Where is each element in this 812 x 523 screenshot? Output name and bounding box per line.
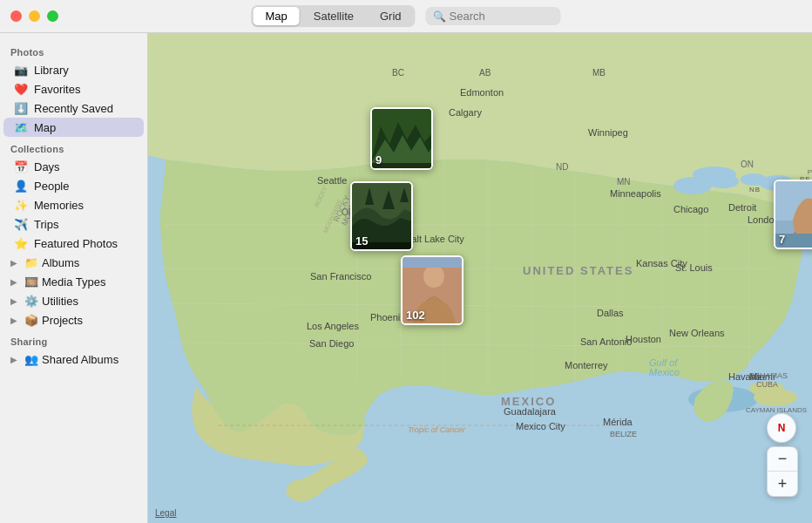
sidebar-item-label: Library: [34, 64, 69, 77]
sidebar: Photos 📷 Library ❤️ Favorites ⬇️ Recentl…: [0, 33, 148, 523]
sidebar-item-days[interactable]: 📅 Days: [3, 157, 144, 176]
cluster-sf[interactable]: 102: [401, 255, 464, 325]
sidebar-item-label: People: [34, 180, 69, 193]
maximize-button[interactable]: [47, 10, 58, 22]
sidebar-item-label: Favorites: [34, 83, 80, 96]
map-svg: ROCKY MOUNTAINS APPALACHIAN NB PE: [148, 33, 812, 523]
search-input[interactable]: [450, 10, 554, 23]
sidebar-item-label: Trips: [34, 218, 58, 231]
toolbar-center: Map Satellite Grid 🔍: [251, 5, 560, 27]
sidebar-item-map[interactable]: 🗺️ Map: [3, 118, 144, 137]
sidebar-item-library[interactable]: 📷 Library: [3, 60, 144, 79]
svg-point-3: [749, 382, 784, 396]
svg-rect-35: [403, 257, 464, 268]
sidebar-item-label: Utilities: [42, 295, 78, 308]
people-icon: 👤: [14, 179, 28, 193]
sidebar-item-label: Media Types: [42, 275, 105, 289]
memories-icon: ✨: [14, 198, 28, 212]
library-icon: 📷: [14, 63, 28, 77]
map-icon: 🗺️: [14, 120, 28, 134]
sidebar-item-favorites[interactable]: ❤️ Favorites: [3, 79, 144, 98]
cluster-bc[interactable]: 9: [370, 107, 433, 170]
sidebar-item-people[interactable]: 👤 People: [3, 176, 144, 195]
recently-saved-icon: ⬇️: [14, 101, 28, 115]
map-area[interactable]: ROCKY MOUNTAINS APPALACHIAN NB PE BC AB …: [148, 33, 812, 523]
chevron-right-icon: ▶: [10, 316, 21, 325]
window-controls: [10, 10, 58, 22]
satellite-view-button[interactable]: Satellite: [301, 7, 366, 25]
compass-label: N: [778, 422, 786, 434]
cluster-count: 15: [355, 234, 368, 248]
trips-icon: ✈️: [14, 217, 28, 231]
days-icon: 📅: [14, 160, 28, 173]
collections-section-header: Collections: [0, 137, 147, 157]
sidebar-item-trips[interactable]: ✈️ Trips: [3, 214, 144, 234]
media-types-icon: 🎞️: [24, 275, 38, 289]
cluster-east[interactable]: 7: [774, 180, 812, 249]
sharing-section-header: Sharing: [0, 329, 147, 350]
sidebar-item-recently-saved[interactable]: ⬇️ Recently Saved: [3, 98, 144, 118]
svg-point-34: [423, 265, 444, 288]
search-icon: 🔍: [433, 10, 446, 23]
cluster-wa[interactable]: 15: [350, 181, 413, 251]
sidebar-item-label: Recently Saved: [34, 102, 113, 115]
featured-photos-icon: ⭐: [14, 236, 28, 250]
grid-view-button[interactable]: Grid: [368, 7, 414, 25]
map-background: ROCKY MOUNTAINS APPALACHIAN NB PE BC AB …: [148, 33, 812, 523]
zoom-in-button[interactable]: +: [768, 472, 797, 496]
sidebar-item-albums[interactable]: ▶ 📁 Albums: [3, 253, 144, 272]
chevron-right-icon: ▶: [10, 296, 21, 306]
main-area: Photos 📷 Library ❤️ Favorites ⬇️ Recentl…: [0, 33, 812, 523]
photos-section-header: Photos: [0, 40, 147, 60]
svg-point-8: [693, 166, 736, 182]
zoom-out-button[interactable]: −: [768, 447, 797, 472]
shared-albums-icon: 👥: [24, 352, 38, 366]
zoom-controls: − +: [767, 446, 798, 497]
svg-text:PE: PE: [808, 168, 812, 176]
title-bar: Map Satellite Grid 🔍: [0, 0, 812, 33]
favorites-icon: ❤️: [14, 82, 28, 96]
chevron-right-icon: ▶: [10, 277, 21, 287]
chevron-right-icon: ▶: [10, 258, 21, 268]
legal-link[interactable]: Legal: [155, 508, 176, 518]
sidebar-item-shared-albums[interactable]: ▶ 👥 Shared Albums: [3, 350, 144, 369]
albums-icon: 📁: [24, 255, 38, 269]
map-view-button[interactable]: Map: [253, 7, 299, 25]
cluster-count: 9: [376, 153, 382, 166]
sidebar-item-featured-photos[interactable]: ⭐ Featured Photos: [3, 234, 144, 253]
sidebar-item-memories[interactable]: ✨ Memories: [3, 195, 144, 214]
sidebar-item-label: Featured Photos: [34, 237, 118, 250]
minimize-button[interactable]: [29, 10, 40, 22]
view-toggle: Map Satellite Grid: [251, 5, 415, 27]
cluster-count: 102: [406, 309, 425, 322]
chevron-right-icon: ▶: [10, 355, 21, 364]
sidebar-item-label: Days: [34, 160, 60, 173]
sidebar-item-label: Projects: [42, 314, 83, 327]
sidebar-item-utilities[interactable]: ▶ ⚙️ Utilities: [3, 291, 144, 310]
search-box: 🔍: [426, 7, 561, 25]
utilities-icon: ⚙️: [24, 294, 38, 308]
sidebar-item-label: Map: [34, 121, 56, 134]
sidebar-item-label: Albums: [42, 256, 79, 269]
compass-button[interactable]: N: [767, 413, 796, 443]
cluster-count: 7: [779, 233, 785, 246]
map-controls: N − +: [767, 413, 798, 497]
sidebar-item-label: Memories: [34, 199, 84, 212]
projects-icon: 📦: [24, 313, 38, 327]
sidebar-item-media-types[interactable]: ▶ 🎞️ Media Types: [3, 272, 144, 291]
sidebar-item-label: Shared Albums: [42, 353, 118, 366]
close-button[interactable]: [10, 10, 22, 22]
sidebar-item-projects[interactable]: ▶ 📦 Projects: [3, 310, 144, 329]
